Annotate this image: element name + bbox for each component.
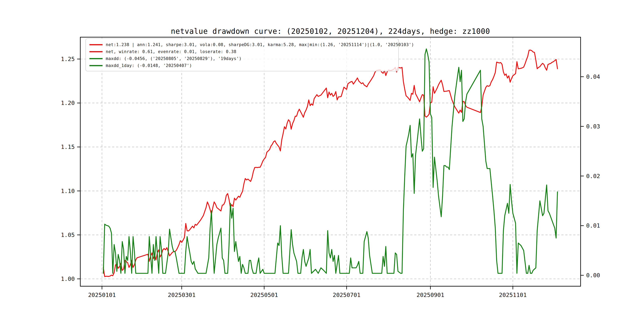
legend-item-maxdd-1day: maxdd_1day: (-0.0148, '20250407') [90,62,395,69]
legend-label: net, winrate: 0.61, evenrate: 0.01, lose… [106,49,236,54]
legend-item-maxdd: maxdd: (-0.0456, ('20250805', '20250829'… [90,55,395,62]
series-line-maxdd [103,49,558,273]
net-line-swatch [90,44,102,45]
x-axis-tick-label: 20250101 [88,292,116,298]
right-axis-tick-label: 0.02 [586,173,600,180]
maxdd-line-swatch [90,58,102,59]
legend-label: net:1.238 | ann:1.241, sharpe:3.01, vola… [106,42,414,47]
net-line-swatch [90,51,102,52]
x-axis-tick-label: 20250701 [333,292,360,298]
legend-label: maxdd_1day: (-0.0148, '20250407') [106,63,192,68]
figure: 1.001.051.101.151.201.250.000.010.020.03… [0,0,644,322]
x-axis-tick-label: 20250301 [168,292,196,298]
left-axis-tick-label: 1.10 [61,188,75,194]
left-axis-tick-label: 1.25 [61,56,75,62]
legend-item-net-winrate: net, winrate: 0.61, evenrate: 0.01, lose… [90,48,395,55]
right-axis-tick-label: 0.00 [586,272,600,279]
x-axis-tick-label: 20251101 [499,292,527,298]
right-axis-tick-label: 0.04 [586,73,600,80]
right-axis-tick-label: 0.03 [586,123,600,130]
maxdd-1day-line-swatch [90,65,102,66]
legend: net:1.238 | ann:1.241, sharpe:3.01, vola… [86,38,399,71]
left-axis-tick-label: 1.00 [61,276,75,282]
legend-item-net-stats: net:1.238 | ann:1.241, sharpe:3.01, vola… [90,41,395,48]
left-axis-tick-label: 1.15 [61,144,75,150]
x-axis-tick-label: 20250501 [250,292,278,298]
chart-title: netvalue drawdown curve: (20250102, 2025… [80,27,580,36]
left-axis-tick-label: 1.20 [61,100,75,106]
right-axis-tick-label: 0.01 [586,222,600,229]
legend-label: maxdd: (-0.0456, ('20250805', '20250829'… [106,56,242,61]
x-axis-tick-label: 20250901 [416,292,444,298]
left-axis-tick-label: 1.05 [61,232,75,238]
